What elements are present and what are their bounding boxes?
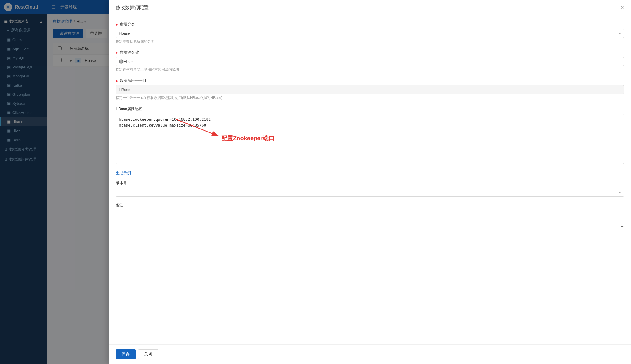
datasource-name-input[interactable]	[116, 57, 624, 66]
hbase-config-field-group: HBase属性配置 hbase.zookeeper.quorum=10.168.…	[116, 106, 624, 165]
hbase-config-textarea[interactable]: hbase.zookeeper.quorum=10.168.2.100:2181…	[116, 114, 624, 164]
cancel-button[interactable]: 关闭	[138, 349, 158, 359]
category-label: ● 所属分类	[116, 22, 624, 27]
datasource-name-field-group: ● 数据源名称 指定任何有意义且能描述本数据源的说明	[116, 50, 624, 72]
category-select[interactable]: Hbase	[116, 29, 624, 38]
generate-example-link[interactable]: 生成示例	[116, 171, 131, 176]
category-hint: 指定本数据源所属的分类	[116, 39, 624, 44]
save-button[interactable]: 保存	[116, 349, 136, 359]
modal-overlay: 修改数据源配置 × ● 所属分类 Hbase 指定本数据源所属的分类	[0, 0, 631, 364]
note-textarea[interactable]	[116, 210, 624, 227]
name-required: ●	[116, 50, 118, 55]
category-required: ●	[116, 22, 118, 27]
unique-id-label: ● 数据源唯一一Id	[116, 78, 624, 83]
name-hint: 指定任何有意义且能描述本数据源的说明	[116, 67, 624, 72]
dialog-body: ● 所属分类 Hbase 指定本数据源所属的分类 ● 数据源名称 指定任何有意义…	[109, 16, 631, 344]
hbase-config-label: HBase属性配置	[116, 106, 624, 112]
hbase-textarea-container: hbase.zookeeper.quorum=10.168.2.100:2181…	[116, 114, 624, 165]
dialog-footer: 保存 关闭	[109, 344, 631, 364]
category-select-wrapper: Hbase	[116, 29, 624, 38]
version-field-group: 版本号	[116, 181, 624, 197]
datasource-name-label: ● 数据源名称	[116, 50, 624, 55]
note-field-group: 备注	[116, 203, 624, 228]
category-field-group: ● 所属分类 Hbase 指定本数据源所属的分类	[116, 22, 624, 44]
version-select-wrapper	[116, 188, 624, 197]
note-label: 备注	[116, 203, 624, 208]
edit-datasource-dialog: 修改数据源配置 × ● 所属分类 Hbase 指定本数据源所属的分类	[109, 0, 631, 364]
dialog-header: 修改数据源配置 ×	[109, 0, 631, 16]
unique-id-input[interactable]	[116, 85, 624, 94]
version-select[interactable]	[116, 188, 624, 197]
unique-id-hint: 指定一个唯一一Id在获取数据库链接时使用(默认HBase的id为HBase)	[116, 95, 624, 100]
dialog-close-button[interactable]: ×	[621, 5, 624, 11]
id-required: ●	[116, 79, 118, 83]
dialog-title: 修改数据源配置	[116, 5, 149, 11]
unique-id-field-group: ● 数据源唯一一Id 指定一个唯一一Id在获取数据库链接时使用(默认HBase的…	[116, 78, 624, 100]
version-label: 版本号	[116, 181, 624, 186]
